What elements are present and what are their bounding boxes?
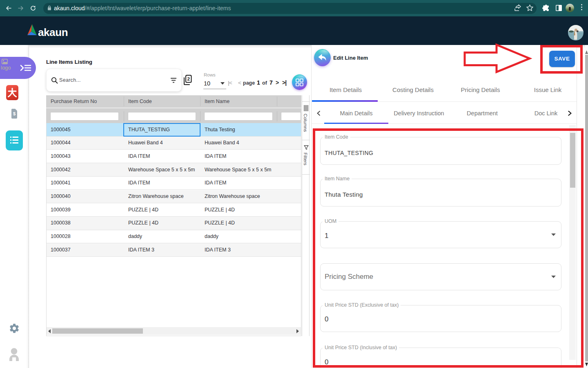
svg-text:2: 2	[187, 76, 189, 81]
svg-text:$: $	[13, 111, 16, 116]
